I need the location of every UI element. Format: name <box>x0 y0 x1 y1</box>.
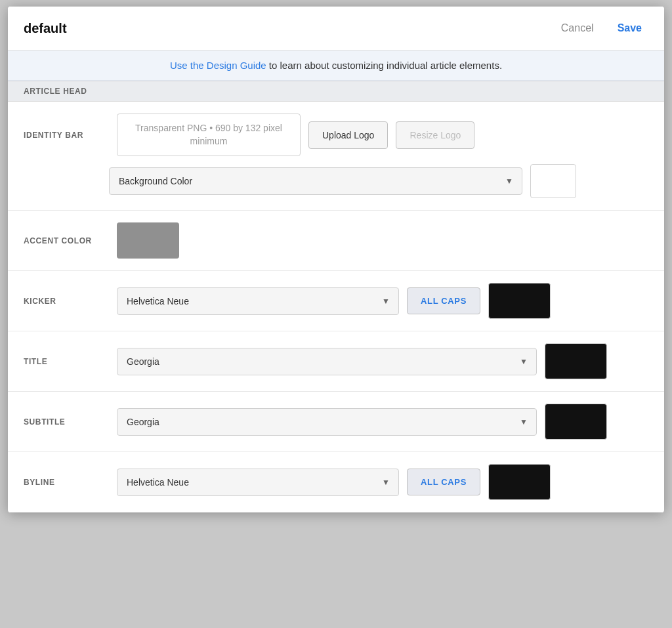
kicker-row: KICKER Helvetica Neue Georgia Arial Time… <box>8 271 664 331</box>
bg-color-select-wrapper: Background Color White Black Custom ▼ <box>109 167 522 195</box>
byline-font-select[interactable]: Helvetica Neue Georgia Arial Times New R… <box>117 469 399 496</box>
subtitle-font-select-wrapper: Georgia Helvetica Neue Arial Times New R… <box>117 408 537 436</box>
settings-modal: default Cancel Save Use the Design Guide… <box>8 7 664 513</box>
identity-bar-top: IDENTITY BAR Transparent PNG • 690 by 13… <box>24 114 648 156</box>
banner-text: to learn about customizing individual ar… <box>266 60 502 71</box>
title-label: TITLE <box>24 357 109 366</box>
title-font-select-wrapper: Georgia Helvetica Neue Arial Times New R… <box>117 348 537 375</box>
modal-title: default <box>24 21 67 36</box>
kicker-all-caps-button[interactable]: ALL CAPS <box>407 287 480 314</box>
kicker-color-swatch[interactable] <box>488 283 551 319</box>
title-color-swatch[interactable] <box>545 343 607 379</box>
subtitle-row: SUBTITLE Georgia Helvetica Neue Arial Ti… <box>8 392 664 452</box>
subtitle-font-select[interactable]: Georgia Helvetica Neue Arial Times New R… <box>117 408 537 436</box>
accent-color-row: ACCENT COLOR <box>8 211 664 271</box>
section-header-article-head: ARTICLE HEAD <box>8 81 664 102</box>
subtitle-content: Georgia Helvetica Neue Arial Times New R… <box>117 404 648 440</box>
kicker-font-select[interactable]: Helvetica Neue Georgia Arial Times New R… <box>117 287 399 315</box>
identity-bar-placeholder: Transparent PNG • 690 by 132 pixel minim… <box>117 114 301 156</box>
subtitle-label: SUBTITLE <box>24 417 109 427</box>
byline-color-swatch[interactable] <box>488 464 551 500</box>
header-actions: Cancel Save <box>555 18 648 38</box>
subtitle-color-swatch[interactable] <box>545 404 607 440</box>
save-button[interactable]: Save <box>611 18 648 38</box>
cancel-button[interactable]: Cancel <box>555 18 600 38</box>
identity-bar-label: IDENTITY BAR <box>24 131 109 140</box>
bg-color-select[interactable]: Background Color White Black Custom <box>109 167 522 195</box>
accent-color-label: ACCENT COLOR <box>24 236 109 245</box>
byline-label: BYLINE <box>24 478 109 487</box>
title-content: Georgia Helvetica Neue Arial Times New R… <box>117 343 648 379</box>
resize-logo-button[interactable]: Resize Logo <box>396 121 474 149</box>
byline-all-caps-button[interactable]: ALL CAPS <box>407 469 480 495</box>
title-row: TITLE Georgia Helvetica Neue Arial Times… <box>8 331 664 392</box>
byline-font-select-wrapper: Helvetica Neue Georgia Arial Times New R… <box>117 469 399 496</box>
bg-color-swatch[interactable] <box>530 164 576 198</box>
accent-color-content <box>117 222 648 259</box>
upload-logo-button[interactable]: Upload Logo <box>308 121 388 149</box>
identity-bar-bottom: Background Color White Black Custom ▼ <box>109 164 648 198</box>
kicker-font-select-wrapper: Helvetica Neue Georgia Arial Times New R… <box>117 287 399 315</box>
design-guide-link[interactable]: Use the Design Guide <box>170 60 266 71</box>
modal-header: default Cancel Save <box>8 7 664 51</box>
title-font-select[interactable]: Georgia Helvetica Neue Arial Times New R… <box>117 348 537 375</box>
design-guide-banner: Use the Design Guide to learn about cust… <box>8 51 664 81</box>
byline-row: BYLINE Helvetica Neue Georgia Arial Time… <box>8 452 664 513</box>
accent-color-swatch[interactable] <box>117 222 179 259</box>
byline-content: Helvetica Neue Georgia Arial Times New R… <box>117 464 648 500</box>
identity-bar-row: IDENTITY BAR Transparent PNG • 690 by 13… <box>8 102 664 211</box>
kicker-label: KICKER <box>24 297 109 306</box>
kicker-content: Helvetica Neue Georgia Arial Times New R… <box>117 283 648 319</box>
